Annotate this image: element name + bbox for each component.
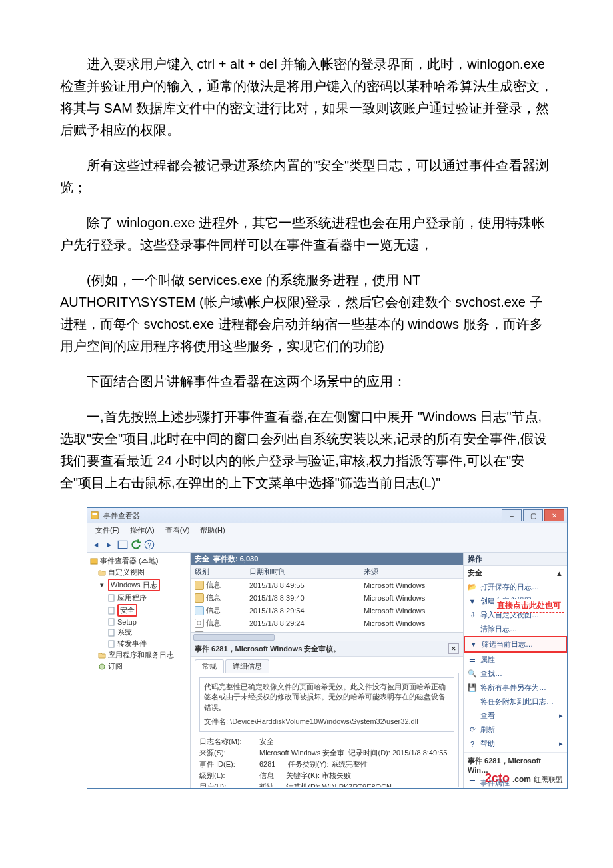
tree-label: 应用程序和服务日志 [108, 650, 174, 660]
chevron-right-icon: ▸ [559, 711, 563, 720]
nav-fwd-icon[interactable]: ► [103, 539, 115, 551]
open-icon: 📂 [468, 583, 477, 592]
tree-forwarded[interactable]: 转发事件 [89, 638, 189, 649]
paragraph: 下面结合图片讲解事件查看器在这两个场景中的应用： [60, 371, 553, 393]
menu-view[interactable]: 查看(V) [161, 524, 194, 537]
tree-setup[interactable]: Setup [89, 617, 189, 627]
grid-row[interactable]: 信息 2015/1/8 8:29:54 Microsoft Windows [191, 604, 463, 617]
kv-key: 关键字(K): [286, 771, 320, 779]
actions-section-label: 安全 [468, 568, 482, 578]
kv-val: 审核失败 [322, 771, 351, 779]
tree-custom-views[interactable]: 自定义视图 [89, 567, 189, 578]
action-help[interactable]: ?帮助▸ [464, 737, 567, 751]
svg-text:?: ? [147, 542, 151, 549]
close-button[interactable]: ✕ [544, 509, 564, 521]
tree-system[interactable]: 系统 [89, 627, 189, 638]
actions-section: 安全 ▲ [464, 566, 567, 580]
action-properties[interactable]: ☰属性 [464, 653, 567, 667]
tree-windows-logs[interactable]: ▾ Windows 日志 [89, 578, 189, 592]
minimize-button[interactable]: – [502, 509, 522, 521]
maximize-button[interactable]: ▢ [523, 509, 543, 521]
tab-general[interactable]: 常规 [195, 659, 224, 673]
tree-label: Setup [117, 618, 137, 626]
tab-details[interactable]: 详细信息 [225, 659, 269, 673]
action-attach-task-log[interactable]: 将任务附加到此日志… [464, 695, 567, 709]
detail-title: 事件 6281，Microsoft Windows 安全审核。 ✕ [191, 641, 463, 657]
svg-rect-10 [109, 641, 114, 647]
kv-val: Microsoft Windows 安全审 [259, 749, 344, 757]
refresh-icon[interactable] [130, 539, 142, 551]
tree-root-label: 事件查看器 (本地) [100, 556, 158, 566]
action-save-all-events[interactable]: 💾将所有事件另存为… [464, 681, 567, 695]
event-grid[interactable]: 级别 日期和时间 来源 信息 2015/1/8 8:49:55 Microsof… [191, 565, 463, 633]
action-label: 将任务附加到此日志… [480, 697, 554, 707]
kv-key: 计算机(R): [286, 783, 320, 787]
tree-root[interactable]: 事件查看器 (本地) [89, 555, 189, 567]
folder-icon [98, 569, 106, 577]
svg-rect-7 [109, 607, 114, 614]
actions-header: 操作 [464, 553, 567, 566]
action-label: 查找… [480, 669, 502, 679]
action-refresh[interactable]: ⟳刷新 [464, 723, 567, 737]
action-filter-current-log[interactable]: ▾筛选当前日志… [464, 636, 567, 653]
svg-rect-5 [91, 559, 97, 564]
help-icon: ? [468, 739, 477, 749]
filter-icon: ▾ [469, 640, 478, 649]
kv-val: 6281 [259, 760, 275, 768]
col-level[interactable]: 级别 [191, 565, 245, 578]
action-find[interactable]: 🔍查找… [464, 667, 567, 681]
action-label: 将所有事件另存为… [480, 683, 546, 693]
kv-key: 级别(L): [199, 771, 253, 781]
grid-row[interactable]: 信息 2015/1/8 8:29:24 Microsoft Windows [191, 617, 463, 629]
menubar: 文件(F) 操作(A) 查看(V) 帮助(H) [87, 523, 567, 537]
action-view[interactable]: 查看▸ [464, 709, 567, 723]
grid-row[interactable]: 信息 2015/1/8 8:49:55 Microsoft Windows [191, 579, 463, 591]
grid-row[interactable]: 信息 2015/1/8 8:39:40 Microsoft Windows [191, 591, 463, 604]
tree-app-service-logs[interactable]: 应用程序和服务日志 [89, 649, 189, 661]
kv-key: 日志名称(M): [199, 737, 253, 747]
col-source[interactable]: 来源 [360, 565, 463, 578]
detail-close-icon[interactable]: ✕ [448, 643, 459, 654]
svg-rect-8 [109, 619, 114, 625]
save-icon: 💾 [468, 683, 477, 693]
window-title: 事件查看器 [103, 511, 140, 521]
kv-val: 安全 [259, 737, 454, 747]
import-icon: ⇩ [468, 611, 477, 620]
kv-val: WIN-PK7RT9E8QCN [322, 783, 392, 787]
cell: Microsoft Windows [360, 580, 463, 591]
watermark-cn: 红黑联盟 [534, 775, 563, 785]
cell: Microsoft Windows [360, 605, 463, 616]
toolbar: ◄ ► ? [87, 537, 567, 553]
detail-tabs: 常规 详细信息 [191, 657, 463, 673]
help-icon[interactable]: ? [143, 539, 155, 551]
action-label: 清除日志… [480, 624, 517, 634]
toolbar-icon[interactable] [117, 539, 129, 551]
col-datetime[interactable]: 日期和时间 [245, 565, 360, 578]
action-open-saved-log[interactable]: 📂打开保存的日志… [464, 580, 567, 594]
filter-icon: ▼ [468, 597, 477, 606]
action-label: 打开保存的日志… [480, 582, 539, 592]
menu-file[interactable]: 文件(F) [91, 524, 123, 537]
tree-subscriptions[interactable]: 订阅 [89, 661, 189, 672]
clear-icon [468, 625, 477, 634]
svg-rect-9 [109, 629, 114, 636]
menu-help[interactable]: 帮助(H) [196, 524, 229, 537]
grid-scrollbar[interactable] [191, 633, 463, 641]
menu-action[interactable]: 操作(A) [126, 524, 159, 537]
view-icon [468, 711, 477, 721]
tree-security[interactable]: 安全 [89, 603, 189, 617]
tree-label: 应用程序 [117, 593, 147, 603]
mid-header: 安全 事件数: 6,030 [191, 553, 463, 565]
watermark: 2cto.com 红黑联盟 [485, 771, 563, 785]
chevron-right-icon: ▸ [559, 739, 563, 748]
nav-back-icon[interactable]: ◄ [90, 539, 102, 551]
cell: 信息 [206, 605, 221, 615]
chevron-up-icon[interactable]: ▲ [556, 569, 563, 577]
action-label: 刷新 [480, 725, 495, 735]
tree-application[interactable]: 应用程序 [89, 592, 189, 603]
grid-header[interactable]: 级别 日期和时间 来源 [191, 565, 463, 579]
svg-rect-6 [109, 595, 114, 601]
refresh-icon: ⟳ [468, 725, 477, 735]
action-clear-log[interactable]: 清除日志… [464, 622, 567, 636]
tree-label: 自定义视图 [108, 567, 145, 577]
